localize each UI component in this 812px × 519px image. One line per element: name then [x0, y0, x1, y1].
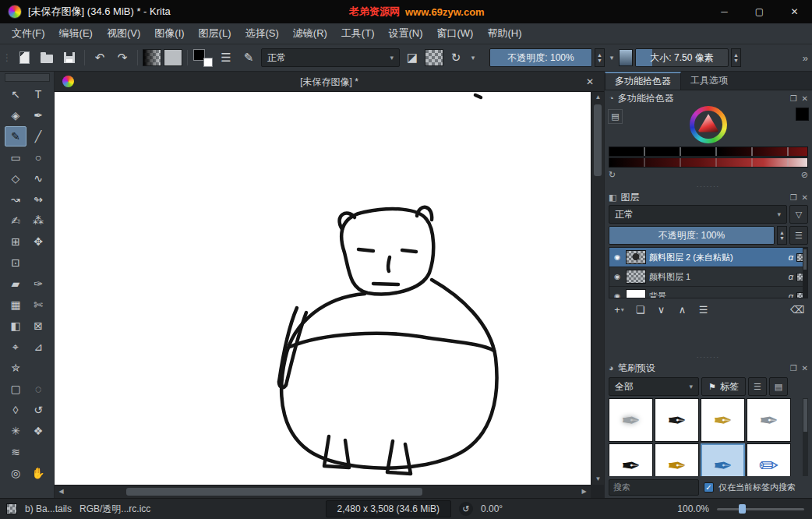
menu-item-tools[interactable]: 工具(T)	[334, 23, 382, 44]
horizontal-scrollbar-thumb[interactable]	[126, 488, 422, 496]
tool-polygon-select-button[interactable]: ◊	[5, 400, 26, 420]
menu-item-filter[interactable]: 滤镜(R)	[286, 23, 334, 44]
shade-strip-1[interactable]	[609, 147, 808, 157]
tool-line-button[interactable]: ╱	[27, 126, 49, 147]
undo-button[interactable]: ↶	[90, 48, 110, 68]
menu-item-edit[interactable]: 编辑(E)	[52, 23, 100, 44]
layer-row[interactable]: ◉ 颜料图层 2 (来自粘贴) α	[609, 248, 807, 267]
tool-transform-button[interactable]: ⊞	[5, 231, 26, 252]
tool-rect-select-button[interactable]: ▢	[5, 379, 26, 399]
layer-thumbnail[interactable]	[626, 250, 646, 264]
close-docker-icon[interactable]: ✕	[802, 193, 808, 202]
zoom-slider-thumb[interactable]	[739, 504, 746, 514]
float-docker-icon[interactable]: ❐	[790, 193, 797, 202]
tool-zoom-button[interactable]: ◎	[5, 463, 26, 483]
tool-polygon-button[interactable]: ◇	[5, 168, 26, 189]
menu-item-file[interactable]: 文件(F)	[5, 23, 52, 44]
tool-multibrush-button[interactable]: ⁂	[27, 210, 49, 231]
layer-thumbnail[interactable]	[626, 270, 646, 284]
preset-view-menu-button[interactable]: ☰	[748, 377, 767, 396]
zoom-slider[interactable]	[717, 503, 804, 514]
tool-move-button[interactable]: ✥	[27, 231, 49, 252]
tool-bezier-select-button[interactable]: ❖	[27, 421, 49, 441]
refresh-shades-icon[interactable]: ↻	[609, 170, 616, 180]
layer-filter-button[interactable]: ▽	[789, 205, 808, 224]
opacity-slider[interactable]: 不透明度: 100%	[489, 48, 592, 67]
search-scope-checkbox[interactable]: ✓	[704, 482, 714, 493]
tool-calligraphy-button[interactable]: ✒	[27, 105, 49, 125]
maximize-button[interactable]: ▢	[742, 0, 777, 23]
tool-color-sampler-button[interactable]: ✑	[27, 274, 49, 294]
preset-search-input[interactable]	[609, 479, 699, 496]
preset-blue-pencil[interactable]: ✏	[747, 443, 791, 476]
docker-resize-handle[interactable]: ⸳⸳⸳⸳⸳⸳⸳	[605, 184, 812, 189]
tool-polyline-button[interactable]: ∿	[27, 168, 49, 189]
toolbar-overflow-button[interactable]: »	[803, 52, 810, 64]
preset-gold-pen[interactable]: ✒	[701, 398, 745, 442]
brush-preset-combo[interactable]: 正常 ▾	[261, 48, 400, 67]
tool-fill-button[interactable]: ◧	[5, 316, 26, 336]
layer-name[interactable]: 背景	[649, 291, 786, 299]
inherit-alpha-icon[interactable]: α	[789, 252, 793, 262]
layer-row[interactable]: ◉ 背景 α	[609, 287, 807, 298]
visibility-eye-icon[interactable]: ◉	[612, 273, 623, 281]
layer-options-button[interactable]: ☰	[789, 226, 808, 245]
layer-opacity-slider[interactable]: 不透明度: 100%	[609, 226, 775, 245]
background-color-swatch[interactable]	[203, 58, 213, 67]
duplicate-layer-button[interactable]: ❏	[630, 301, 650, 318]
add-layer-button[interactable]: +▾	[609, 301, 629, 318]
color-wheel[interactable]	[690, 106, 727, 143]
tool-rectangle-button[interactable]: ▭	[5, 147, 26, 168]
spin-up-icon[interactable]: ▲	[597, 52, 602, 58]
document-tab-title[interactable]: [未保存图像] *	[55, 72, 604, 92]
tool-assistants-button[interactable]: ⌖	[5, 337, 26, 357]
tool-ellipse-select-button[interactable]: ◌	[27, 379, 49, 399]
menu-item-layer[interactable]: 图层(L)	[192, 23, 238, 44]
toolbar-grip[interactable]: ⋮	[2, 52, 12, 63]
chevron-down-icon[interactable]: ▾	[607, 54, 616, 62]
layer-list-scrollbar-thumb[interactable]	[803, 249, 807, 270]
tool-freehand-path-button[interactable]: ↬	[27, 189, 49, 210]
open-document-button[interactable]	[37, 48, 57, 68]
tool-smart-patch-button[interactable]: ✄	[27, 295, 49, 315]
preset-blue-pen-selected[interactable]: ✒	[701, 443, 745, 476]
tool-gradient-button[interactable]: ▰	[5, 274, 26, 294]
choose-workspace-button[interactable]: ☰	[216, 48, 236, 68]
eraser-mode-button[interactable]: ◪	[402, 48, 422, 68]
image-dimensions[interactable]: 2,480 x 3,508 (34.6 MiB)	[326, 500, 451, 517]
minimize-button[interactable]: ─	[707, 0, 742, 23]
delete-layer-button[interactable]: ⌫	[788, 301, 807, 318]
current-brush-name[interactable]: b) Ba...tails	[25, 503, 72, 514]
scroll-down-icon[interactable]: ▼	[591, 474, 605, 485]
docker-resize-handle[interactable]: ⸳⸳⸳⸳⸳⸳⸳	[605, 355, 812, 360]
tool-crop-button[interactable]: ⊡	[5, 252, 26, 273]
shade-strip-2[interactable]	[609, 157, 808, 168]
preset-silver-pen[interactable]: ✒	[747, 398, 791, 442]
shade-selector-button[interactable]: ▤	[608, 109, 623, 124]
rotation-value[interactable]: 0.00°	[481, 503, 503, 514]
pattern-chooser[interactable]	[164, 49, 182, 66]
menu-item-view[interactable]: 视图(V)	[100, 23, 147, 44]
fg-bg-color-chooser[interactable]	[192, 48, 214, 68]
preset-ink-brush-pen[interactable]: ✒	[609, 443, 653, 476]
inherit-alpha-icon[interactable]: α	[789, 272, 793, 281]
layer-row[interactable]: ◉ 颜料图层 1 α	[609, 267, 807, 287]
toolbox-drag-handle[interactable]	[5, 73, 50, 82]
float-docker-icon[interactable]: ❐	[790, 364, 797, 372]
preset-scrollbar[interactable]	[803, 398, 808, 476]
horizontal-scrollbar[interactable]: ◀ ▶	[55, 485, 591, 498]
tool-dynamic-brush-button[interactable]: ✍	[5, 210, 26, 231]
redo-button[interactable]: ↷	[112, 48, 132, 68]
tool-reference-images-button[interactable]: ✮	[5, 358, 26, 378]
move-layer-up-button[interactable]: ∧	[673, 301, 692, 318]
menu-item-image[interactable]: 图像(I)	[147, 23, 191, 44]
brush-size-spinner[interactable]: ▲▼	[731, 48, 741, 67]
tool-text-button[interactable]: T	[27, 84, 49, 104]
brush-size-slider[interactable]: 大小: 7.50 像素	[635, 48, 729, 67]
current-gradient-swatch[interactable]	[619, 49, 633, 66]
tool-pattern-edit-button[interactable]: ▦	[5, 295, 26, 315]
visibility-eye-icon[interactable]: ◉	[612, 292, 623, 298]
menu-item-select[interactable]: 选择(S)	[238, 23, 285, 44]
visibility-eye-icon[interactable]: ◉	[612, 253, 623, 261]
tool-pan-button[interactable]: ✋	[27, 463, 49, 483]
